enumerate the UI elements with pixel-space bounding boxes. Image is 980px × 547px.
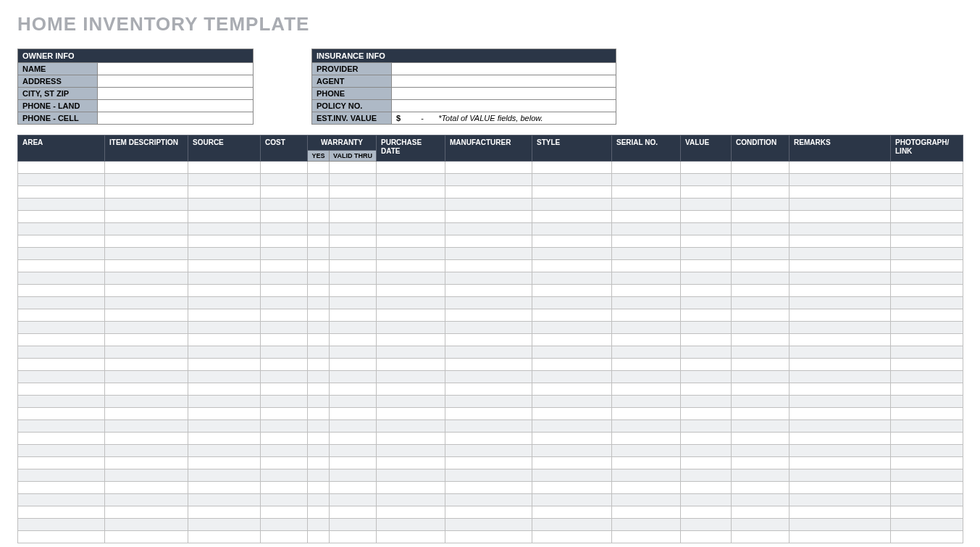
cell[interactable] xyxy=(308,395,330,407)
cell[interactable] xyxy=(891,259,963,272)
cell[interactable] xyxy=(532,346,612,358)
cell[interactable] xyxy=(532,185,612,198)
cell[interactable] xyxy=(261,185,308,198)
cell[interactable] xyxy=(330,161,377,173)
cell[interactable] xyxy=(18,259,105,272)
cell[interactable] xyxy=(790,506,891,518)
cell[interactable] xyxy=(377,235,445,247)
cell[interactable] xyxy=(377,161,445,173)
cell[interactable] xyxy=(188,296,261,309)
cell[interactable] xyxy=(330,296,377,309)
cell[interactable] xyxy=(308,469,330,481)
cell[interactable] xyxy=(532,493,612,506)
cell[interactable] xyxy=(18,185,105,198)
cell[interactable] xyxy=(377,296,445,309)
cell[interactable] xyxy=(891,407,963,419)
cell[interactable] xyxy=(261,383,308,395)
cell[interactable] xyxy=(891,222,963,235)
cell[interactable] xyxy=(188,493,261,506)
cell[interactable] xyxy=(105,173,188,185)
cell[interactable] xyxy=(308,333,330,346)
cell[interactable] xyxy=(681,370,732,383)
cell[interactable] xyxy=(18,235,105,247)
cell[interactable] xyxy=(790,469,891,481)
cell[interactable] xyxy=(105,222,188,235)
cell[interactable] xyxy=(105,518,188,530)
cell[interactable] xyxy=(105,198,188,210)
cell[interactable] xyxy=(681,173,732,185)
ins-phone-value[interactable] xyxy=(392,88,616,100)
cell[interactable] xyxy=(532,296,612,309)
cell[interactable] xyxy=(188,247,261,259)
cell[interactable] xyxy=(891,309,963,321)
cell[interactable] xyxy=(330,444,377,456)
cell[interactable] xyxy=(532,259,612,272)
cell[interactable] xyxy=(445,309,532,321)
cell[interactable] xyxy=(445,493,532,506)
cell[interactable] xyxy=(261,247,308,259)
cell[interactable] xyxy=(377,493,445,506)
cell[interactable] xyxy=(18,481,105,493)
cell[interactable] xyxy=(790,296,891,309)
cell[interactable] xyxy=(330,235,377,247)
cell[interactable] xyxy=(308,407,330,419)
cell[interactable] xyxy=(445,272,532,284)
cell[interactable] xyxy=(330,173,377,185)
cell[interactable] xyxy=(612,296,681,309)
cell[interactable] xyxy=(732,358,790,370)
cell[interactable] xyxy=(891,518,963,530)
cell[interactable] xyxy=(261,161,308,173)
cell[interactable] xyxy=(105,383,188,395)
cell[interactable] xyxy=(681,469,732,481)
cell[interactable] xyxy=(18,173,105,185)
cell[interactable] xyxy=(330,432,377,444)
cell[interactable] xyxy=(532,235,612,247)
cell[interactable] xyxy=(732,296,790,309)
cell[interactable] xyxy=(261,395,308,407)
cell[interactable] xyxy=(732,235,790,247)
cell[interactable] xyxy=(532,383,612,395)
cell[interactable] xyxy=(188,383,261,395)
cell[interactable] xyxy=(612,432,681,444)
cell[interactable] xyxy=(188,506,261,518)
cell[interactable] xyxy=(377,481,445,493)
cell[interactable] xyxy=(377,395,445,407)
cell[interactable] xyxy=(532,530,612,543)
cell[interactable] xyxy=(790,185,891,198)
cell[interactable] xyxy=(377,321,445,333)
cell[interactable] xyxy=(261,296,308,309)
cell[interactable] xyxy=(612,259,681,272)
cell[interactable] xyxy=(261,259,308,272)
cell[interactable] xyxy=(612,210,681,222)
cell[interactable] xyxy=(308,210,330,222)
cell[interactable] xyxy=(105,481,188,493)
cell[interactable] xyxy=(612,469,681,481)
cell[interactable] xyxy=(891,198,963,210)
cell[interactable] xyxy=(445,333,532,346)
ins-agent-value[interactable] xyxy=(392,75,616,88)
cell[interactable] xyxy=(891,395,963,407)
cell[interactable] xyxy=(261,407,308,419)
cell[interactable] xyxy=(612,358,681,370)
cell[interactable] xyxy=(18,506,105,518)
cell[interactable] xyxy=(790,321,891,333)
cell[interactable] xyxy=(732,222,790,235)
cell[interactable] xyxy=(261,346,308,358)
cell[interactable] xyxy=(105,407,188,419)
cell[interactable] xyxy=(681,235,732,247)
cell[interactable] xyxy=(790,456,891,469)
cell[interactable] xyxy=(891,469,963,481)
cell[interactable] xyxy=(308,309,330,321)
cell[interactable] xyxy=(532,518,612,530)
cell[interactable] xyxy=(330,259,377,272)
cell[interactable] xyxy=(188,358,261,370)
cell[interactable] xyxy=(681,395,732,407)
cell[interactable] xyxy=(612,456,681,469)
cell[interactable] xyxy=(18,309,105,321)
cell[interactable] xyxy=(105,395,188,407)
cell[interactable] xyxy=(612,235,681,247)
cell[interactable] xyxy=(377,419,445,432)
cell[interactable] xyxy=(612,247,681,259)
cell[interactable] xyxy=(891,370,963,383)
cell[interactable] xyxy=(612,370,681,383)
